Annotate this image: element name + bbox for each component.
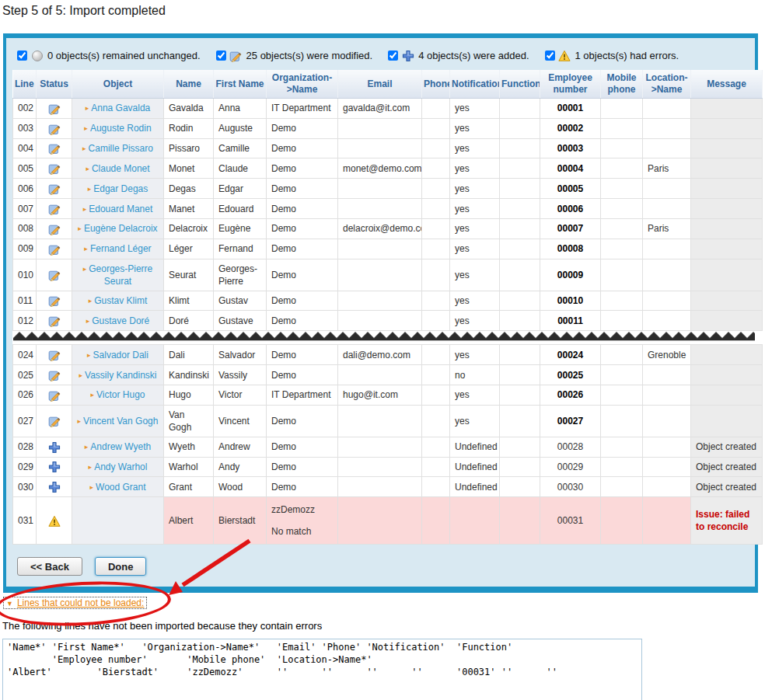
cell-first-name: Gustav [214, 291, 267, 311]
cell-function [500, 385, 540, 405]
summary-checkbox[interactable] [216, 50, 226, 61]
object-link[interactable]: Anna Gavalda [91, 103, 150, 113]
cell-function [500, 218, 540, 239]
cell-object: ▸Auguste Rodin [72, 118, 164, 138]
cell-object: ▸Camille Pissaro [72, 138, 164, 158]
cell-email: gavalda@it.com [338, 99, 422, 119]
table-row: 026▸Victor HugoHugoVictorIT Departmenthu… [13, 385, 763, 405]
object-link[interactable]: Edgar Degas [93, 183, 148, 194]
cell-first-name: Andy [214, 457, 267, 477]
cell-first-name: Fernand [214, 239, 267, 259]
cell-line: 011 [13, 291, 37, 311]
cell-first-name: Auguste [214, 118, 267, 138]
cell-location [643, 118, 691, 138]
cell-notification: yes [450, 138, 500, 158]
cell-email [338, 365, 422, 385]
error-intro-text: The following lines have not been import… [2, 620, 765, 632]
cell-status [37, 311, 72, 331]
cell-name: Kandinski [164, 365, 214, 385]
cell-function [500, 199, 540, 219]
object-link[interactable]: Georges-Pierre Seurat [89, 263, 152, 287]
cell-notification: yes [450, 291, 500, 311]
cell-phone [422, 99, 450, 119]
object-link[interactable]: Salvador Dali [93, 350, 148, 360]
done-button[interactable]: Done [95, 557, 147, 576]
object-link[interactable]: Wood Grant [96, 482, 145, 493]
summary-checkbox[interactable] [388, 50, 398, 61]
summary-item: 1 objects(s) had errors. [545, 49, 679, 62]
summary-checkbox[interactable] [545, 50, 555, 61]
cell-mobile-phone [601, 158, 643, 179]
cell-mobile-phone [601, 99, 643, 119]
cell-line: 030 [13, 477, 37, 497]
column-header: Mobile phone [601, 70, 643, 99]
cell-phone [422, 259, 450, 291]
object-link[interactable]: Gustave Doré [92, 315, 149, 326]
cell-function [500, 365, 540, 385]
object-link[interactable]: Andrew Wyeth [90, 441, 151, 452]
object-link[interactable]: Victor Hugo [96, 389, 145, 400]
cell-first-name: Victor [214, 385, 267, 405]
back-button[interactable]: << Back [17, 557, 82, 576]
column-header: Function [500, 70, 540, 99]
status-modified-icon [48, 223, 61, 234]
cell-line: 004 [13, 138, 37, 158]
status-modified-icon [48, 162, 61, 173]
cell-employee-number: 00002 [540, 118, 601, 138]
cell-message: Object created [691, 477, 763, 497]
cell-organization: Demo [267, 291, 338, 311]
cell-mobile-phone [601, 311, 643, 331]
object-link[interactable]: Andy Warhol [94, 461, 147, 472]
cell-email [338, 199, 422, 219]
cell-name: Gavalda [164, 99, 214, 119]
object-link[interactable]: Fernand Léger [90, 243, 152, 254]
cell-employee-number: 00003 [540, 138, 601, 158]
cell-object: ▸Andy Warhol [72, 457, 164, 477]
object-link[interactable]: Gustav Klimt [94, 295, 147, 306]
cell-email [338, 239, 422, 259]
unchanged-circle-icon [30, 49, 44, 62]
cell-line: 006 [13, 179, 37, 199]
cell-notification: yes [450, 179, 500, 199]
table-row: 005▸Claude MonetMonetClaudeDemomonet@dem… [13, 158, 763, 179]
status-modified-icon [48, 369, 61, 380]
summary-label: 1 objects(s) had errors. [575, 50, 679, 61]
cell-status [37, 405, 72, 437]
cell-function [500, 291, 540, 311]
object-link[interactable]: Auguste Rodin [90, 123, 152, 134]
summary-checkbox[interactable] [17, 50, 27, 61]
cell-phone [422, 311, 450, 331]
cell-phone [422, 118, 450, 138]
cell-name: Delacroix [164, 218, 214, 239]
object-link[interactable]: Eugène Delacroix [84, 223, 158, 234]
table-row: 011▸Gustav KlimtKlimtGustavDemoyes00010 [13, 291, 763, 311]
object-bullet-icon: ▸ [84, 124, 88, 132]
cell-function [500, 405, 540, 437]
lines-not-loaded-link[interactable]: ▼Lines that could not be loaded: [3, 597, 147, 609]
cell-phone [422, 405, 450, 437]
cell-phone [422, 437, 450, 457]
table-row: 025▸Vassily KandinskiKandinskiVassilyDem… [13, 365, 763, 385]
cell-mobile-phone [601, 345, 643, 365]
cell-message: Object created [691, 437, 763, 457]
status-modified-icon [48, 269, 61, 280]
cell-object: ▸Georges-Pierre Seurat [72, 259, 164, 291]
cell-name: Klimt [164, 291, 214, 311]
cell-phone [422, 457, 450, 477]
object-link[interactable]: Claude Monet [92, 163, 150, 174]
cell-notification: Undefined [450, 457, 500, 477]
cell-object: ▸Claude Monet [72, 158, 164, 179]
error-lines-textarea[interactable] [2, 639, 642, 700]
cell-mobile-phone [601, 457, 643, 477]
object-link[interactable]: Vassily Kandinski [85, 370, 156, 381]
object-link[interactable]: Vincent Van Gogh [83, 416, 158, 427]
object-link[interactable]: Edouard Manet [89, 204, 152, 214]
object-link[interactable]: Camille Pissaro [89, 143, 153, 154]
cell-notification: yes [450, 158, 500, 179]
object-bullet-icon: ▸ [84, 245, 88, 252]
cell-function [500, 118, 540, 138]
cell-message: Object created [691, 457, 763, 477]
cell-first-name: Claude [214, 158, 267, 179]
cell-status [37, 179, 72, 199]
object-bullet-icon: ▸ [78, 225, 82, 232]
